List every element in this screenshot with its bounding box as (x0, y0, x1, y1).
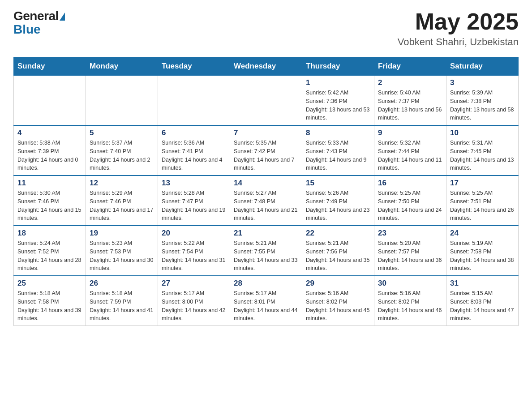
calendar-day-cell: 27Sunrise: 5:17 AMSunset: 8:00 PMDayligh… (158, 276, 230, 326)
calendar-week-row: 25Sunrise: 5:18 AMSunset: 7:58 PMDayligh… (14, 276, 519, 326)
day-number: 12 (90, 179, 154, 188)
calendar-week-row: 1Sunrise: 5:42 AMSunset: 7:36 PMDaylight… (14, 76, 519, 126)
calendar-day-cell: 25Sunrise: 5:18 AMSunset: 7:58 PMDayligh… (14, 276, 86, 326)
calendar-day-cell: 1Sunrise: 5:42 AMSunset: 7:36 PMDaylight… (302, 76, 374, 126)
day-number: 31 (450, 279, 515, 288)
calendar-day-cell: 18Sunrise: 5:24 AMSunset: 7:52 PMDayligh… (14, 226, 86, 276)
day-info: Sunrise: 5:33 AMSunset: 7:43 PMDaylight:… (306, 139, 370, 172)
calendar-day-cell: 31Sunrise: 5:15 AMSunset: 8:03 PMDayligh… (446, 276, 519, 326)
day-number: 26 (90, 279, 154, 288)
calendar-day-cell: 29Sunrise: 5:16 AMSunset: 8:02 PMDayligh… (302, 276, 374, 326)
calendar-day-cell: 15Sunrise: 5:26 AMSunset: 7:49 PMDayligh… (302, 176, 374, 226)
weekday-header-friday: Friday (374, 57, 446, 76)
day-number: 25 (17, 279, 82, 288)
day-info: Sunrise: 5:19 AMSunset: 7:58 PMDaylight:… (450, 239, 515, 273)
weekday-header-wednesday: Wednesday (230, 57, 302, 76)
day-number: 6 (162, 128, 226, 137)
calendar-day-cell: 28Sunrise: 5:17 AMSunset: 8:01 PMDayligh… (230, 276, 302, 326)
calendar-table: SundayMondayTuesdayWednesdayThursdayFrid… (13, 57, 519, 326)
calendar-day-cell: 9Sunrise: 5:32 AMSunset: 7:44 PMDaylight… (374, 125, 446, 176)
calendar-day-cell: 7Sunrise: 5:35 AMSunset: 7:42 PMDaylight… (230, 125, 302, 176)
calendar-day-cell: 22Sunrise: 5:21 AMSunset: 7:56 PMDayligh… (302, 226, 374, 276)
logo-general-text: General (13, 9, 59, 23)
calendar-day-cell (158, 76, 230, 126)
day-number: 20 (162, 229, 226, 238)
day-info: Sunrise: 5:16 AMSunset: 8:02 PMDaylight:… (306, 289, 370, 323)
logo: General Blue (13, 9, 65, 36)
day-number: 10 (450, 128, 515, 137)
calendar-day-cell (86, 76, 158, 126)
title-block: May 2025 Vobkent Shahri, Uzbekistan (398, 9, 519, 48)
day-number: 9 (378, 128, 442, 137)
day-number: 13 (162, 179, 226, 188)
calendar-day-cell (230, 76, 302, 126)
weekday-header-tuesday: Tuesday (158, 57, 230, 76)
day-number: 1 (306, 78, 370, 87)
day-info: Sunrise: 5:37 AMSunset: 7:40 PMDaylight:… (90, 139, 154, 172)
logo-triangle-icon (60, 13, 65, 21)
day-info: Sunrise: 5:25 AMSunset: 7:50 PMDaylight:… (378, 189, 442, 223)
day-number: 8 (306, 128, 370, 137)
logo-blue-text: Blue (13, 23, 41, 36)
calendar-day-cell: 8Sunrise: 5:33 AMSunset: 7:43 PMDaylight… (302, 125, 374, 176)
calendar-week-row: 11Sunrise: 5:30 AMSunset: 7:46 PMDayligh… (14, 176, 519, 226)
day-number: 19 (90, 229, 154, 238)
day-info: Sunrise: 5:36 AMSunset: 7:41 PMDaylight:… (162, 139, 226, 172)
day-number: 23 (378, 229, 442, 238)
day-number: 29 (306, 279, 370, 288)
calendar-week-row: 18Sunrise: 5:24 AMSunset: 7:52 PMDayligh… (14, 226, 519, 276)
calendar-day-cell: 21Sunrise: 5:21 AMSunset: 7:55 PMDayligh… (230, 226, 302, 276)
calendar-day-cell: 19Sunrise: 5:23 AMSunset: 7:53 PMDayligh… (86, 226, 158, 276)
day-info: Sunrise: 5:31 AMSunset: 7:45 PMDaylight:… (450, 139, 515, 172)
calendar-day-cell: 20Sunrise: 5:22 AMSunset: 7:54 PMDayligh… (158, 226, 230, 276)
day-info: Sunrise: 5:30 AMSunset: 7:46 PMDaylight:… (17, 189, 82, 223)
calendar-day-cell: 17Sunrise: 5:25 AMSunset: 7:51 PMDayligh… (446, 176, 519, 226)
calendar-day-cell: 4Sunrise: 5:38 AMSunset: 7:39 PMDaylight… (14, 125, 86, 176)
day-info: Sunrise: 5:40 AMSunset: 7:37 PMDaylight:… (378, 89, 442, 122)
day-info: Sunrise: 5:20 AMSunset: 7:57 PMDaylight:… (378, 239, 442, 273)
calendar-day-cell: 24Sunrise: 5:19 AMSunset: 7:58 PMDayligh… (446, 226, 519, 276)
day-info: Sunrise: 5:39 AMSunset: 7:38 PMDaylight:… (450, 89, 515, 122)
calendar-day-cell: 16Sunrise: 5:25 AMSunset: 7:50 PMDayligh… (374, 176, 446, 226)
weekday-header-thursday: Thursday (302, 57, 374, 76)
day-number: 7 (234, 128, 298, 137)
calendar-day-cell: 23Sunrise: 5:20 AMSunset: 7:57 PMDayligh… (374, 226, 446, 276)
day-info: Sunrise: 5:17 AMSunset: 8:00 PMDaylight:… (162, 289, 226, 323)
day-info: Sunrise: 5:28 AMSunset: 7:47 PMDaylight:… (162, 189, 226, 223)
weekday-header-sunday: Sunday (14, 57, 86, 76)
day-number: 11 (17, 179, 82, 188)
day-number: 24 (450, 229, 515, 238)
day-info: Sunrise: 5:35 AMSunset: 7:42 PMDaylight:… (234, 139, 298, 172)
day-number: 14 (234, 179, 298, 188)
day-info: Sunrise: 5:21 AMSunset: 7:55 PMDaylight:… (234, 239, 298, 273)
day-number: 5 (90, 128, 154, 137)
day-info: Sunrise: 5:22 AMSunset: 7:54 PMDaylight:… (162, 239, 226, 273)
day-info: Sunrise: 5:24 AMSunset: 7:52 PMDaylight:… (17, 239, 82, 273)
day-number: 16 (378, 179, 442, 188)
calendar-day-cell (14, 76, 86, 126)
calendar-day-cell: 5Sunrise: 5:37 AMSunset: 7:40 PMDaylight… (86, 125, 158, 176)
day-number: 18 (17, 229, 82, 238)
calendar-day-cell: 13Sunrise: 5:28 AMSunset: 7:47 PMDayligh… (158, 176, 230, 226)
day-info: Sunrise: 5:38 AMSunset: 7:39 PMDaylight:… (17, 139, 82, 172)
day-number: 22 (306, 229, 370, 238)
day-info: Sunrise: 5:18 AMSunset: 7:59 PMDaylight:… (90, 289, 154, 323)
day-info: Sunrise: 5:17 AMSunset: 8:01 PMDaylight:… (234, 289, 298, 323)
calendar-day-cell: 6Sunrise: 5:36 AMSunset: 7:41 PMDaylight… (158, 125, 230, 176)
day-info: Sunrise: 5:21 AMSunset: 7:56 PMDaylight:… (306, 239, 370, 273)
day-info: Sunrise: 5:32 AMSunset: 7:44 PMDaylight:… (378, 139, 442, 172)
day-number: 17 (450, 179, 515, 188)
day-info: Sunrise: 5:42 AMSunset: 7:36 PMDaylight:… (306, 89, 370, 122)
calendar-day-cell: 30Sunrise: 5:16 AMSunset: 8:02 PMDayligh… (374, 276, 446, 326)
calendar-day-cell: 10Sunrise: 5:31 AMSunset: 7:45 PMDayligh… (446, 125, 519, 176)
day-number: 2 (378, 78, 442, 87)
day-number: 21 (234, 229, 298, 238)
page-header: General Blue May 2025 Vobkent Shahri, Uz… (13, 9, 519, 48)
calendar-week-row: 4Sunrise: 5:38 AMSunset: 7:39 PMDaylight… (14, 125, 519, 176)
weekday-header-saturday: Saturday (446, 57, 519, 76)
calendar-day-cell: 3Sunrise: 5:39 AMSunset: 7:38 PMDaylight… (446, 76, 519, 126)
weekday-header-monday: Monday (86, 57, 158, 76)
weekday-header-row: SundayMondayTuesdayWednesdayThursdayFrid… (14, 57, 519, 76)
day-info: Sunrise: 5:27 AMSunset: 7:48 PMDaylight:… (234, 189, 298, 223)
day-number: 3 (450, 78, 515, 87)
